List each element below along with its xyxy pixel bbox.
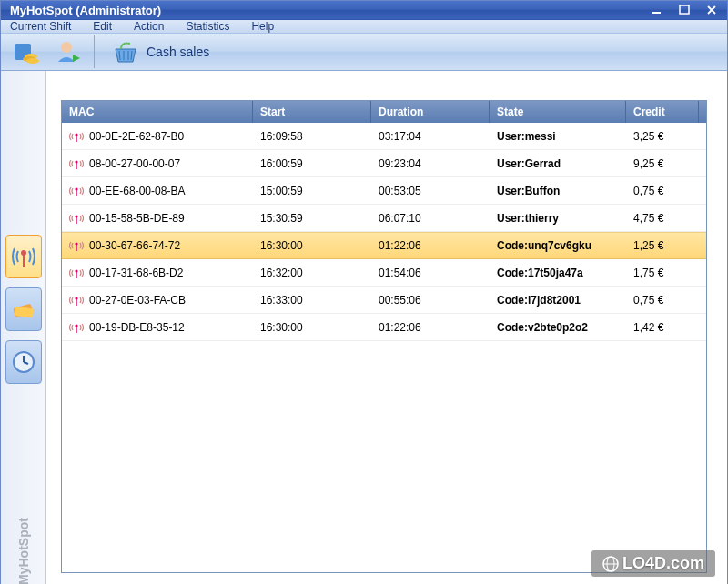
sidebar-tab-tickets[interactable] [5,287,42,331]
cell-mac: 00-19-DB-E8-35-12 [89,321,185,334]
cell-duration: 01:54:06 [371,267,490,279]
wifi-icon [69,238,84,253]
svg-rect-14 [23,255,25,267]
header-credit[interactable]: Credit [626,101,699,123]
window-title: MyHotSpot (Administrator) [10,4,645,17]
menu-action[interactable]: Action [134,20,164,33]
cell-state: Code:l7jd8t2001 [490,294,626,307]
cell-credit: 1,42 € [626,321,699,334]
menu-statistics[interactable]: Statistics [186,20,229,33]
clock-icon [12,350,35,374]
wifi-icon [69,266,84,280]
cell-state: Code:unq7cv6gku [490,239,626,252]
cell-state: Code:v2bte0p2o2 [490,321,626,334]
cell-credit: 0,75 € [626,294,699,307]
basket-icon [112,38,139,65]
svg-rect-29 [76,245,76,251]
cell-duration: 00:55:06 [371,294,490,307]
sidebar-tab-connections[interactable] [5,235,42,278]
sidebar: MyHotSpot [1,71,46,584]
table-row[interactable]: 00-19-DB-E8-35-1216:30:0001:22:06Code:v2… [62,314,706,341]
svg-rect-0 [652,12,661,14]
wifi-icon [69,293,84,307]
sidebar-tab-history[interactable] [5,340,42,384]
wifi-icon [69,129,84,144]
cell-credit: 1,75 € [626,267,699,279]
table-row[interactable]: 00-EE-68-00-08-BA15:00:5900:53:05User:Bu… [62,177,706,205]
connections-table[interactable]: MAC Start Duration State Credit 00-0E-2E… [61,100,707,573]
cell-mac: 00-30-67-66-74-72 [89,239,180,252]
svg-rect-1 [680,5,689,14]
cell-start: 16:30:00 [253,321,371,334]
svg-point-8 [61,42,72,53]
cell-duration: 01:22:06 [371,239,490,252]
header-duration[interactable]: Duration [371,101,490,123]
cell-duration: 03:17:04 [371,130,490,143]
svg-rect-27 [76,217,76,224]
wifi-icon [69,184,84,198]
maximize-button[interactable] [672,1,696,19]
svg-rect-31 [76,272,76,278]
cell-credit: 4,75 € [626,212,699,225]
cell-duration: 06:07:10 [371,212,490,225]
table-row[interactable]: 00-15-58-5B-DE-8915:30:5906:07:10User:th… [62,205,706,232]
table-body: 00-0E-2E-62-87-B016:09:5803:17:04User:me… [62,123,706,341]
cell-mac: 00-27-0E-03-FA-CB [89,294,186,307]
header-start[interactable]: Start [253,101,371,123]
content-area: MAC Start Duration State Credit 00-0E-2E… [46,71,727,584]
antenna-icon [11,243,36,270]
header-mac[interactable]: MAC [62,101,253,123]
app-window: MyHotSpot (Administrator) Current Shift … [0,0,728,584]
body: MyHotSpot MAC Start Duration State Credi… [1,71,727,584]
cell-duration: 09:23:04 [371,157,490,170]
cell-start: 15:30:59 [253,212,371,225]
menubar: Current Shift Edit Action Statistics Hel… [1,20,727,34]
cell-mac: 00-0E-2E-62-87-B0 [89,130,184,143]
svg-rect-35 [76,327,76,333]
toolbar: Cash sales [1,34,727,71]
table-row[interactable]: 00-30-67-66-74-7216:30:0001:22:06Code:un… [62,232,706,259]
wifi-icon [69,320,84,335]
cell-state: Code:17t50ja47a [490,267,626,279]
table-row[interactable]: 00-27-0E-03-FA-CB16:33:0000:55:06Code:l7… [62,287,706,314]
watermark: LO4D.com [592,550,715,577]
svg-rect-25 [76,190,76,196]
sidebar-brand: MyHotSpot [16,518,31,584]
cell-credit: 9,25 € [626,157,699,170]
cell-credit: 3,25 € [626,130,699,143]
globe-icon [602,556,619,572]
cell-start: 16:00:59 [253,157,371,170]
table-row[interactable]: 08-00-27-00-00-0716:00:5909:23:04User:Ge… [62,150,706,177]
cell-start: 16:33:00 [253,294,371,307]
cell-mac: 00-15-58-5B-DE-89 [89,212,185,225]
cell-duration: 01:22:06 [371,321,490,334]
cell-credit: 0,75 € [626,185,699,197]
user-icon [55,38,82,65]
toolbar-coins-button[interactable] [8,34,45,70]
cell-state: User:Gerrad [490,157,626,170]
toolbar-user-button[interactable] [50,34,86,70]
svg-rect-33 [76,299,76,306]
cell-credit: 1,25 € [626,239,699,252]
close-button[interactable] [700,1,723,19]
wifi-icon [69,156,84,171]
cell-start: 16:32:00 [253,267,371,279]
menu-help[interactable]: Help [251,20,274,33]
toolbar-cash-sales[interactable]: Cash sales [102,34,219,70]
svg-rect-21 [76,136,76,142]
cell-start: 15:00:59 [253,185,371,197]
table-row[interactable]: 00-0E-2E-62-87-B016:09:5803:17:04User:me… [62,123,706,150]
svg-rect-23 [76,163,76,169]
header-state[interactable]: State [490,101,626,123]
cell-duration: 00:53:05 [371,185,490,197]
svg-point-7 [26,58,39,64]
minimize-button[interactable] [645,1,669,19]
menu-current-shift[interactable]: Current Shift [10,20,71,33]
titlebar: MyHotSpot (Administrator) [1,1,727,20]
table-header: MAC Start Duration State Credit [62,101,706,123]
table-row[interactable]: 00-17-31-68-6B-D216:32:0001:54:06Code:17… [62,259,706,287]
menu-edit[interactable]: Edit [93,20,112,33]
cell-state: User:thierry [490,212,626,225]
wifi-icon [69,211,84,226]
cell-mac: 00-EE-68-00-08-BA [89,185,185,197]
